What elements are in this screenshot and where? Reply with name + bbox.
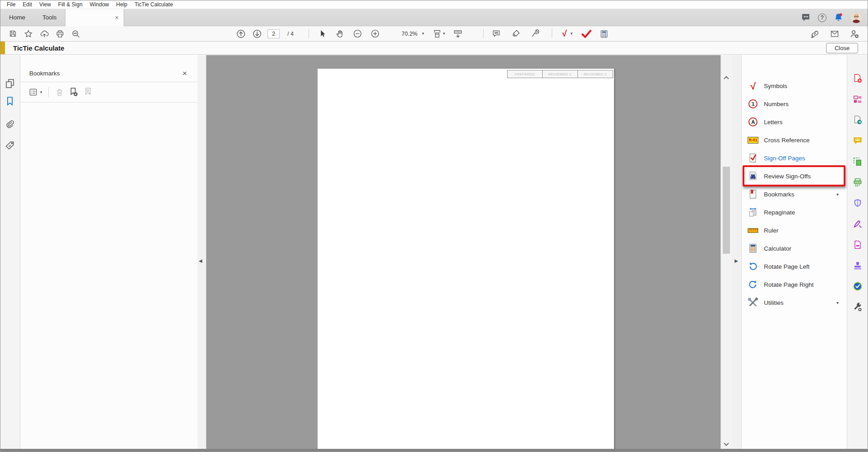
tool-rotate-page-left[interactable]: Rotate Page Left [742, 257, 847, 275]
zoom-out-icon[interactable] [351, 28, 363, 40]
export-pdf-icon[interactable] [852, 115, 863, 125]
close-tab-icon[interactable]: × [114, 14, 120, 21]
menu-tictie-calculate[interactable]: TicTie Calculate [131, 0, 176, 9]
create-pdf-icon[interactable] [852, 74, 863, 84]
page-count-label: / 4 [287, 31, 294, 37]
tool-utilities[interactable]: Utilities ▾ [742, 294, 847, 312]
menu-view[interactable]: View [36, 0, 55, 9]
zoom-level-select[interactable]: 70.2% ▾ [399, 29, 426, 38]
stamp-icon[interactable] [852, 261, 863, 270]
protect-shield-icon[interactable] [852, 198, 863, 208]
user-avatar[interactable] [850, 12, 862, 23]
tools-icon [747, 297, 759, 308]
chevron-down-icon: ▾ [570, 32, 573, 36]
add-tools-icon[interactable] [852, 302, 863, 312]
fill-sign-pen-icon[interactable] [852, 219, 863, 229]
crop-pages-icon[interactable] [852, 157, 863, 167]
hand-tool-icon[interactable] [334, 28, 346, 40]
page-number-input[interactable] [268, 29, 280, 38]
rotate-left-icon [747, 261, 759, 272]
collapse-right-icon[interactable]: ▶ [734, 258, 738, 263]
bookmarks-panel-icon[interactable] [3, 94, 17, 108]
star-icon[interactable] [23, 28, 34, 40]
certificates-icon[interactable] [852, 281, 863, 291]
scroll-up-icon[interactable] [724, 76, 729, 81]
scroll-mode-icon[interactable] [451, 28, 465, 40]
collapse-left-icon[interactable]: ◀ [199, 258, 203, 263]
share-person-icon[interactable] [849, 28, 860, 40]
attachments-icon[interactable] [3, 117, 17, 131]
document-tab[interactable]: × [65, 9, 124, 26]
menu-edit[interactable]: Edit [19, 0, 36, 9]
highlight-icon[interactable] [510, 28, 522, 40]
menu-help[interactable]: Help [113, 0, 131, 9]
notifications-bell-icon[interactable] [834, 13, 843, 22]
fill-sign-icon[interactable] [529, 28, 541, 40]
window-bottom-edge [0, 449, 868, 452]
email-icon[interactable] [829, 28, 840, 40]
panel-splitter[interactable]: ◀ [198, 55, 206, 449]
stamp-reviewed-2[interactable]: REVIEWED 2 [577, 70, 613, 78]
expand-bookmark-icon[interactable] [83, 87, 93, 97]
page-fit-select[interactable]: ▾ [430, 28, 448, 40]
tab-home[interactable]: Home [0, 9, 34, 26]
scroll-down-icon[interactable] [724, 441, 729, 446]
menu-file[interactable]: File [3, 0, 19, 9]
tool-letters[interactable]: A Letters [742, 113, 847, 131]
document-viewport[interactable]: PREPARED REVIEWED 1 REVIEWED 2 [206, 55, 721, 449]
right-panel-splitter[interactable]: ▶ [732, 55, 742, 449]
delete-bookmark-icon[interactable] [55, 88, 64, 97]
comment-icon[interactable] [490, 28, 502, 40]
menu-fill-sign[interactable]: Fill & Sign [55, 0, 86, 9]
tool-review-sign-offs[interactable]: Review Sign-Offs [742, 167, 847, 185]
vertical-scrollbar[interactable] [720, 55, 732, 449]
chat-icon[interactable] [801, 14, 810, 22]
bookmark-options-button[interactable]: ▾ [28, 88, 42, 97]
new-bookmark-icon[interactable] [69, 87, 78, 97]
next-page-icon[interactable] [251, 28, 263, 40]
red-radical-icon: √ [562, 29, 567, 38]
print-icon[interactable] [54, 28, 66, 40]
tool-ruler[interactable]: Ruler [742, 221, 847, 239]
scan-ocr-icon[interactable] [852, 177, 863, 187]
organize-pages-icon[interactable] [852, 94, 863, 104]
tool-sign-off-pages[interactable]: Sign-Off Pages [742, 149, 847, 167]
previous-page-icon[interactable] [235, 28, 247, 40]
pdf-page[interactable]: PREPARED REVIEWED 1 REVIEWED 2 [318, 69, 614, 449]
tool-calculator[interactable]: Calculator [742, 239, 847, 257]
search-icon[interactable] [70, 28, 82, 40]
help-icon[interactable]: ? [818, 14, 826, 22]
link-icon[interactable] [809, 28, 821, 40]
save-icon[interactable] [7, 28, 18, 40]
select-tool-icon[interactable] [316, 28, 328, 40]
chevron-down-icon[interactable]: ▾ [836, 300, 839, 305]
tab-tools[interactable]: Tools [34, 9, 65, 26]
toolbar-divider [309, 29, 309, 38]
rotate-right-icon [747, 279, 759, 290]
zoom-in-icon[interactable] [369, 28, 381, 40]
page-thumbnails-icon[interactable] [3, 77, 17, 90]
tool-repaginate[interactable]: Repaginate [742, 203, 847, 221]
sign-off-stamp-table[interactable]: PREPARED REVIEWED 1 REVIEWED 2 [508, 70, 613, 78]
acrobat-window: File Edit View Fill & Sign Window Help T… [0, 0, 868, 452]
close-button[interactable]: Close [826, 43, 858, 53]
tool-bookmarks[interactable]: Bookmarks ▾ [742, 185, 847, 203]
close-panel-icon[interactable]: × [181, 70, 189, 77]
calculator-tape-icon[interactable] [598, 28, 610, 40]
tool-rotate-page-right[interactable]: Rotate Page Right [742, 275, 847, 294]
stamp-reviewed-1[interactable]: REVIEWED 1 [542, 70, 578, 78]
comment-tool-icon[interactable] [852, 136, 863, 146]
tool-numbers[interactable]: 1 Numbers [742, 95, 847, 113]
compress-pdf-icon[interactable] [852, 240, 863, 250]
tick-symbol-tool[interactable]: √ ▾ [560, 28, 575, 39]
tool-symbols[interactable]: √ Symbols [742, 77, 847, 95]
chevron-down-icon[interactable]: ▾ [836, 192, 839, 197]
menu-window[interactable]: Window [86, 0, 113, 9]
stamp-prepared[interactable]: PREPARED [507, 70, 543, 78]
scrollbar-thumb[interactable] [723, 167, 730, 254]
tool-cross-reference[interactable]: R-01 Cross Reference [742, 131, 847, 149]
zoom-level-value: 70.2% [402, 31, 417, 37]
sign-off-check-icon[interactable] [581, 28, 592, 40]
tags-icon[interactable] [3, 139, 17, 152]
share-cloud-icon[interactable] [38, 28, 50, 40]
